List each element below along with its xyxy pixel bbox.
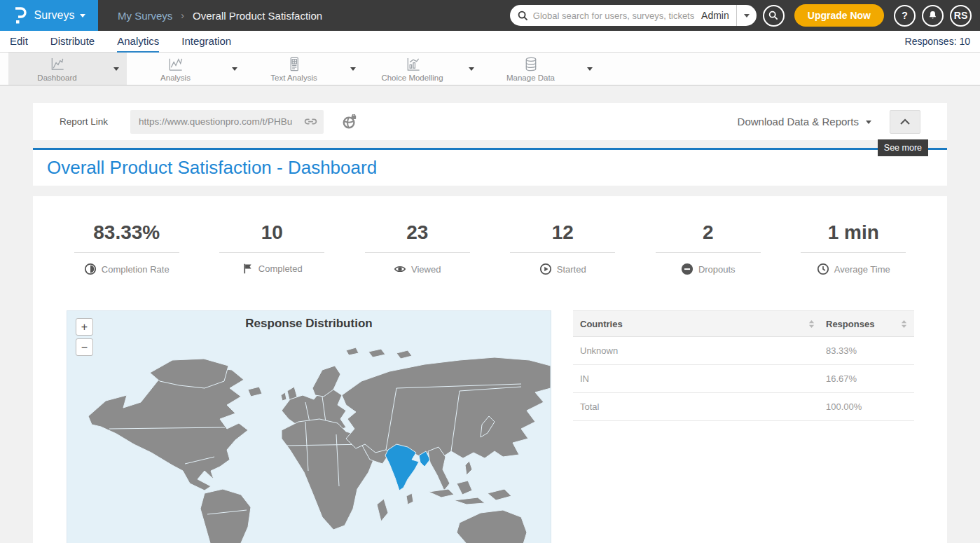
breadcrumb: My Surveys › Overall Product Satisfactio… bbox=[118, 10, 322, 22]
questionpro-logo-icon bbox=[13, 6, 27, 25]
toolbar-group-manage-data: Manage Data bbox=[482, 53, 600, 85]
stat-completed: 10 Completed bbox=[200, 221, 345, 278]
breadcrumb-survey-title: Overall Product Satisfaction bbox=[193, 10, 322, 22]
avatar[interactable]: RS bbox=[950, 5, 972, 27]
report-bar-actions: Download Data & Reports bbox=[738, 110, 920, 134]
report-link-field bbox=[130, 110, 324, 134]
search-icon bbox=[518, 11, 528, 21]
upgrade-now-button[interactable]: Upgrade Now bbox=[794, 4, 884, 27]
toolbar-choice-modelling-dropdown[interactable] bbox=[461, 53, 482, 85]
toolbar-dashboard[interactable]: Dashboard bbox=[8, 53, 106, 85]
flag-icon bbox=[242, 263, 254, 275]
clock-icon bbox=[817, 263, 829, 275]
minus-circle-icon bbox=[681, 263, 693, 275]
map-zoom-in-button[interactable]: + bbox=[76, 318, 93, 336]
page-title: Overall Product Satisfaction - Dashboard bbox=[47, 157, 377, 179]
stat-started: 12 Started bbox=[490, 221, 636, 278]
responses-count: Responses: 10 bbox=[905, 36, 970, 47]
top-bar: Surveys My Surveys › Overall Product Sat… bbox=[0, 0, 980, 31]
text-analysis-icon bbox=[286, 56, 303, 72]
table-header-row: Countries Responses bbox=[573, 310, 914, 337]
column-header-countries[interactable]: Countries bbox=[580, 319, 826, 329]
see-more-toggle-button[interactable] bbox=[890, 110, 920, 134]
chevron-down-icon bbox=[80, 14, 85, 20]
stat-dropouts: 2 Dropouts bbox=[635, 221, 781, 278]
bell-icon bbox=[927, 10, 938, 21]
analytics-toolbar: Dashboard Analysis Text Analysis bbox=[0, 53, 980, 85]
completion-rate-icon bbox=[84, 263, 97, 275]
dashboard-card: 83.33% Completion Rate 10 Completed bbox=[33, 196, 947, 543]
table-row: Total 100.00% bbox=[573, 393, 914, 421]
globe-lock-icon[interactable] bbox=[342, 114, 357, 130]
title-bar: Overall Product Satisfaction - Dashboard bbox=[33, 148, 947, 186]
search-scope-label: Admin bbox=[697, 10, 736, 21]
sort-icon[interactable] bbox=[808, 319, 815, 329]
toolbar-group-choice-modelling: Choice Modelling bbox=[364, 53, 482, 85]
search-button[interactable] bbox=[763, 5, 785, 27]
stat-viewed: 23 Viewed bbox=[345, 221, 490, 278]
toolbar-analysis-dropdown[interactable] bbox=[224, 53, 245, 85]
help-button[interactable]: ? bbox=[894, 5, 916, 27]
table-row: Unknown 83.33% bbox=[573, 337, 914, 365]
global-search[interactable]: Admin bbox=[510, 5, 757, 26]
toolbar-dashboard-dropdown[interactable] bbox=[106, 53, 127, 85]
stat-average-time: 1 min Average Time bbox=[781, 221, 927, 278]
product-name: Surveys bbox=[34, 9, 75, 22]
asia-region bbox=[342, 357, 551, 458]
see-more-tooltip: See more bbox=[878, 139, 928, 156]
toolbar-analysis[interactable]: Analysis bbox=[127, 53, 224, 85]
toolbar-text-analysis[interactable]: Text Analysis bbox=[245, 53, 343, 85]
tab-edit[interactable]: Edit bbox=[10, 31, 28, 53]
toolbar-manage-data-dropdown[interactable] bbox=[579, 53, 600, 85]
toolbar-group-dashboard: Dashboard bbox=[8, 53, 127, 85]
global-search-input[interactable] bbox=[533, 11, 697, 21]
chevron-down-icon bbox=[587, 67, 593, 74]
report-url-input[interactable] bbox=[130, 116, 303, 127]
report-link-bar: Report Link Download Data & Reports bbox=[33, 103, 947, 140]
chevron-down-icon bbox=[744, 14, 750, 20]
questionpro-logo-block[interactable]: Surveys bbox=[0, 0, 98, 31]
column-header-responses[interactable]: Responses bbox=[826, 319, 907, 329]
download-data-reports[interactable]: Download Data & Reports bbox=[738, 116, 859, 128]
breadcrumb-my-surveys[interactable]: My Surveys bbox=[118, 10, 172, 22]
countries-table: Countries Responses Unknown 83.33% IN bbox=[573, 310, 914, 543]
tab-analytics[interactable]: Analytics bbox=[117, 31, 159, 53]
toolbar-group-text-analysis: Text Analysis bbox=[245, 53, 364, 85]
report-link-label: Report Link bbox=[60, 116, 108, 127]
toolbar-choice-modelling[interactable]: Choice Modelling bbox=[364, 53, 461, 85]
content-row: Response Distribution + − bbox=[33, 310, 947, 543]
chevron-down-icon bbox=[232, 67, 237, 74]
choice-modelling-icon bbox=[404, 56, 421, 72]
australia-region bbox=[457, 510, 527, 543]
chevron-down-icon bbox=[350, 67, 356, 74]
stats-row: 83.33% Completion Rate 10 Completed bbox=[33, 196, 947, 278]
sort-icon[interactable] bbox=[901, 319, 907, 329]
product-switcher[interactable]: Surveys bbox=[34, 9, 86, 22]
analysis-chart-icon bbox=[167, 56, 184, 72]
notifications-button[interactable] bbox=[922, 5, 944, 27]
table-row: IN 16.67% bbox=[573, 365, 914, 393]
breadcrumb-separator: › bbox=[181, 10, 184, 21]
search-scope-dropdown[interactable] bbox=[737, 5, 757, 26]
world-map[interactable] bbox=[67, 346, 552, 543]
database-icon bbox=[523, 56, 539, 72]
response-distribution-map-panel: Response Distribution + − bbox=[67, 310, 551, 543]
chevron-up-icon bbox=[899, 118, 911, 125]
toolbar-group-analysis: Analysis bbox=[127, 53, 245, 85]
toolbar-text-analysis-dropdown[interactable] bbox=[343, 53, 364, 85]
search-icon bbox=[768, 11, 778, 20]
chevron-down-icon[interactable] bbox=[866, 121, 871, 127]
map-title: Response Distribution bbox=[67, 317, 551, 331]
chevron-down-icon bbox=[469, 67, 474, 74]
toolbar-manage-data[interactable]: Manage Data bbox=[482, 53, 579, 85]
tab-distribute[interactable]: Distribute bbox=[50, 31, 95, 53]
topbar-actions: Admin Upgrade Now ? RS bbox=[510, 4, 980, 27]
south-america-region bbox=[200, 489, 251, 543]
eye-icon bbox=[394, 263, 406, 275]
india-region-highlight bbox=[385, 444, 419, 490]
stat-completion-rate: 83.33% Completion Rate bbox=[54, 221, 200, 278]
link-icon[interactable] bbox=[303, 114, 318, 129]
tab-integration[interactable]: Integration bbox=[181, 31, 231, 53]
dashboard-chart-icon bbox=[49, 56, 66, 72]
play-circle-icon bbox=[539, 263, 552, 275]
